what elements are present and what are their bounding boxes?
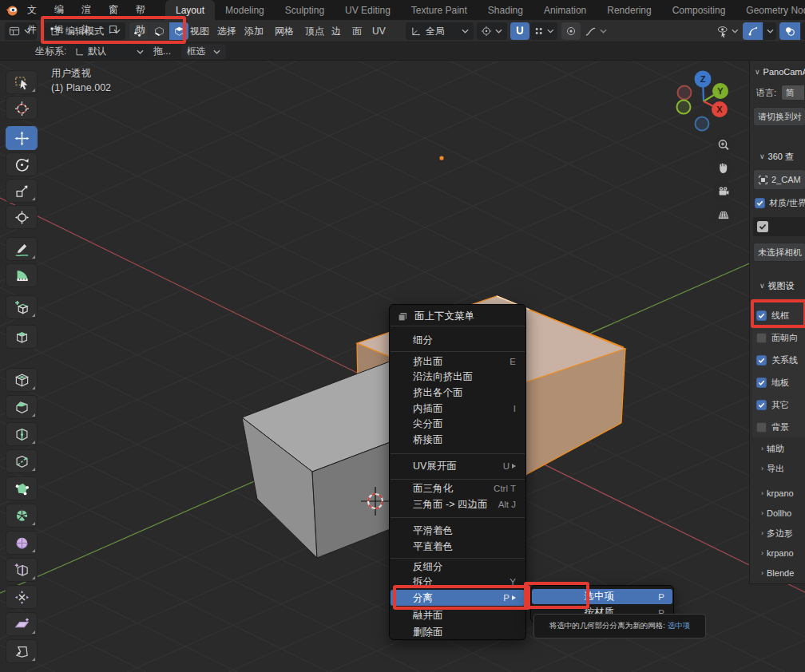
checkbox-row-relations[interactable]: 关系线 [750, 354, 805, 366]
menu-item-bridge-faces[interactable]: 桥接面 [391, 432, 525, 448]
section-dollhouse[interactable]: ›Dollho [750, 507, 805, 520]
orientation-dropdown[interactable]: 全局 [406, 22, 474, 40]
tab-animation[interactable]: Animation [533, 0, 597, 20]
snap-toggle-button[interactable] [510, 22, 529, 40]
drag-label[interactable]: 拖... [153, 42, 171, 61]
tab-uv-editing[interactable]: UV Editing [335, 0, 401, 20]
tool-poly-build[interactable] [6, 476, 38, 500]
menu-item-tris-to-quads[interactable]: 三角面 -> 四边面Alt J [391, 496, 525, 512]
menu-item-uv-unwrap[interactable]: UV展开面U [391, 458, 525, 474]
overlays-toggle-button[interactable] [779, 22, 800, 40]
proportional-editing-button[interactable] [561, 22, 581, 40]
tool-inset-faces[interactable] [6, 368, 38, 392]
tool-cursor[interactable] [6, 96, 38, 120]
menu-face[interactable]: 面 [352, 20, 362, 42]
camera-select-button[interactable]: 2_CAM [753, 169, 805, 190]
tool-bevel[interactable] [6, 395, 38, 419]
gizmos-dropdown[interactable] [763, 22, 776, 40]
section-header-view[interactable]: ∨视图设 [750, 279, 805, 292]
tab-geometry-nodes[interactable]: Geometry Nodes [736, 0, 805, 20]
no-camera-button[interactable]: 未选择相机 [753, 243, 805, 262]
menu-item-extrude-individual[interactable]: 挤出各个面 [391, 385, 525, 401]
menu-item-shade-flat[interactable]: 平直着色 [391, 539, 525, 555]
tool-shrink-fatten[interactable] [6, 585, 38, 609]
other-checkbox[interactable] [756, 400, 767, 410]
tool-transform[interactable] [6, 205, 38, 229]
tool-smooth[interactable] [6, 531, 38, 555]
section-export[interactable]: ›导出 [750, 462, 805, 475]
pivot-dropdown[interactable] [477, 22, 507, 40]
menu-item-delete-faces[interactable]: 删除面 [391, 624, 525, 640]
coord-system-dropdown[interactable]: 默认 [70, 44, 148, 59]
menu-view[interactable]: 视图 [190, 20, 209, 42]
section-polygon[interactable]: ›多边形 [750, 527, 805, 540]
section-blender[interactable]: ›Blende [750, 567, 805, 579]
tool-select-box[interactable] [6, 70, 38, 94]
ortho-toggle-button[interactable] [713, 204, 734, 225]
camera-view-button[interactable] [713, 181, 734, 202]
checkbox-row-other[interactable]: 其它 [750, 398, 805, 411]
tool-move[interactable] [6, 126, 38, 150]
tool-extrude-region[interactable] [6, 325, 38, 349]
tool-edge-slide[interactable] [6, 558, 38, 582]
switch-button[interactable]: 请切换到对 [753, 107, 805, 126]
menu-item-unsubdivide[interactable]: 反细分 [391, 559, 525, 575]
tool-loop-cut[interactable] [6, 422, 38, 446]
menu-item-shade-smooth[interactable]: 平滑着色 [391, 523, 525, 539]
tool-rip-region[interactable] [6, 639, 38, 663]
tool-rotate[interactable] [6, 152, 38, 176]
select-tool-dropdown[interactable]: 框选 [181, 44, 226, 59]
menu-item-inset-faces[interactable]: 内插面I [391, 401, 525, 417]
tool-annotate[interactable] [6, 237, 38, 261]
face-orientation-checkbox[interactable] [756, 333, 767, 343]
visibility-dropdown[interactable] [714, 22, 741, 40]
lone-checkbox-field[interactable] [753, 217, 805, 236]
overlays-dropdown[interactable] [801, 22, 805, 40]
axis-neg-y-ball[interactable] [677, 101, 691, 114]
checkbox-row-background[interactable]: 背景 [750, 421, 805, 433]
relations-checkbox[interactable] [756, 355, 767, 366]
tool-shear[interactable] [6, 612, 38, 636]
section-header-360[interactable]: ∨360 查 [750, 150, 805, 163]
material-world-checkbox[interactable] [755, 198, 765, 208]
tab-shading[interactable]: Shading [478, 0, 533, 20]
gizmos-toggle-button[interactable] [743, 22, 763, 40]
tab-sculpting[interactable]: Sculpting [275, 0, 335, 20]
menu-item-poke-faces[interactable]: 尖分面 [391, 417, 525, 433]
tool-measure[interactable] [6, 263, 38, 287]
menu-item-triangulate[interactable]: 面三角化Ctrl T [391, 480, 525, 496]
menu-edge[interactable]: 边 [331, 20, 341, 42]
tool-add-cube[interactable] [6, 295, 38, 319]
menu-vertex[interactable]: 顶点 [305, 20, 324, 42]
menu-uv[interactable]: UV [372, 20, 386, 42]
menu-mesh[interactable]: 网格 [275, 20, 294, 42]
material-world-row[interactable]: 材质/世界 [750, 196, 805, 209]
section-krpano2[interactable]: ›krpano [750, 547, 805, 559]
falloff-dropdown[interactable] [581, 22, 610, 40]
pan-button[interactable] [713, 158, 734, 179]
menu-item-extrude-along-normals[interactable]: 沿法向挤出面 [391, 370, 525, 385]
lone-checkbox[interactable] [757, 221, 768, 232]
menu-item-extrude-faces[interactable]: 挤出面E [391, 354, 525, 370]
navigation-gizmo[interactable]: Z Y X [669, 65, 741, 145]
language-dropdown[interactable]: 简 [781, 85, 805, 101]
blender-logo-icon[interactable] [6, 4, 18, 17]
checkbox-row-face-orientation[interactable]: 面朝向 [750, 331, 805, 344]
floor-checkbox[interactable] [756, 378, 767, 388]
checkbox-row-floor[interactable]: 地板 [750, 376, 805, 389]
section-assist[interactable]: ›辅助 [750, 442, 805, 455]
tab-rendering[interactable]: Rendering [597, 0, 661, 20]
menu-item-subdivide[interactable]: 细分 [391, 332, 525, 348]
menu-item-dissolve-faces[interactable]: 融并面 [391, 607, 525, 623]
tab-texture-paint[interactable]: Texture Paint [401, 0, 478, 20]
tool-scale[interactable] [6, 179, 38, 203]
menu-add[interactable]: 添加 [244, 20, 264, 42]
tool-knife[interactable] [6, 449, 38, 473]
panel-header-panocam[interactable]: ∨PanoCamA [750, 65, 805, 78]
background-checkbox[interactable] [756, 422, 767, 433]
zoom-button[interactable] [713, 135, 734, 156]
axis-neg-z-ball[interactable] [696, 117, 709, 131]
axis-neg-x-ball[interactable] [678, 86, 692, 100]
tab-modeling[interactable]: Modeling [215, 0, 275, 20]
tool-spin[interactable] [6, 504, 38, 528]
